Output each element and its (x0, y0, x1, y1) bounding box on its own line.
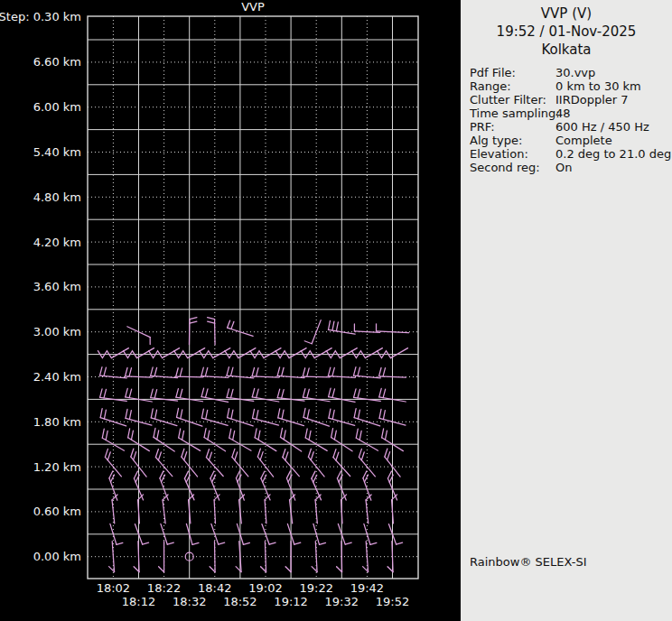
parameter-row: Pdf File:30.vvp (470, 66, 672, 79)
y-axis-label: 3.00 km (33, 325, 81, 338)
wind-barb (98, 348, 128, 358)
wind-barb (250, 348, 281, 358)
wind-barb (308, 449, 324, 477)
field-label: Time sampling: (470, 107, 555, 120)
wind-barb (304, 320, 321, 344)
x-axis-label: 18:02 (97, 581, 130, 595)
wind-barb (210, 542, 215, 572)
y-axis-label: 5.40 km (33, 145, 81, 159)
wind-barb (151, 367, 178, 378)
parameter-row: PRF:600 Hz / 450 Hz (470, 120, 672, 134)
field-label: Clutter Filter: (470, 93, 555, 107)
wind-barb (201, 388, 228, 402)
wind-barb (201, 367, 229, 377)
wind-barb (303, 368, 330, 377)
field-label: Elevation: (470, 147, 555, 161)
wind-barb (363, 542, 369, 572)
x-axis-label: 18:52 (223, 595, 257, 608)
wind-barb (301, 348, 331, 358)
parameter-row: Time sampling:48 (470, 107, 672, 120)
wind-barb (351, 348, 382, 358)
info-panel: VVP (V) 19:52 / 01-Nov-2025 Kolkata Pdf … (461, 0, 672, 621)
wind-barb (359, 449, 375, 476)
y-axis-label: 6.00 km (33, 100, 81, 114)
x-axis-label: 19:42 (350, 581, 384, 595)
parameter-list: Pdf File:30.vvpRange:0 km to 30 kmClutte… (461, 66, 672, 174)
x-axis-label: 18:32 (173, 595, 206, 608)
site-name: Kolkata (461, 41, 672, 59)
x-axis-label: 19:02 (248, 581, 282, 595)
parameter-row: Clutter Filter:IIRDoppler 7 (470, 93, 672, 107)
chart-title: VVP (241, 0, 265, 14)
wind-barb (353, 367, 380, 378)
wind-barb (99, 367, 126, 378)
field-value: 30.vvp (555, 66, 595, 79)
field-label: PRF: (470, 120, 555, 134)
parameter-row: Alg type:Complete (470, 134, 672, 147)
x-axis-label: 19:22 (299, 581, 332, 595)
wind-barb (315, 495, 321, 524)
field-label: Range: (470, 79, 555, 93)
field-value: 0 km to 30 km (555, 79, 641, 93)
y-axis-label: 0.00 km (33, 550, 81, 563)
x-axis-label: 18:22 (147, 581, 181, 595)
y-axis-label: 4.80 km (33, 190, 81, 204)
x-axis-label: 19:32 (325, 595, 359, 608)
y-axis-label: 1.80 km (33, 415, 81, 429)
y-axis-label: 4.20 km (33, 236, 81, 249)
y-axis-label: 2.40 km (33, 370, 81, 384)
parameter-row: Range:0 km to 30 km (470, 79, 672, 93)
x-axis-label: 18:42 (198, 581, 231, 595)
wind-barb (189, 318, 196, 345)
field-value: On (555, 161, 572, 174)
product-datetime: 19:52 / 01-Nov-2025 (461, 23, 672, 41)
wind-barb (159, 542, 164, 572)
y-axis-label: 0.60 km (33, 505, 81, 518)
wind-barb (105, 449, 121, 476)
x-axis-label: 19:12 (274, 595, 307, 608)
wind-barb (200, 348, 230, 358)
wind-barb (252, 367, 279, 377)
y-axis-label: 3.60 km (33, 280, 81, 293)
parameter-row: Elevation:0.2 deg to 21.0 deg (470, 147, 672, 161)
wind-profile-chart: VVPStep: 0.30 km6.60 km6.00 km5.40 km4.8… (0, 0, 461, 621)
y-axis-label: 1.20 km (33, 460, 81, 474)
x-axis-label: 19:52 (376, 595, 409, 608)
field-value: IIRDoppler 7 (555, 93, 629, 107)
field-value: 0.2 deg to 21.0 deg (555, 147, 671, 161)
wind-barb (149, 348, 180, 358)
y-axis-label: 6.60 km (33, 55, 81, 69)
product-title: VVP (V) (461, 5, 672, 23)
panel-header: VVP (V) 19:52 / 01-Nov-2025 Kolkata (461, 0, 672, 59)
field-label: Pdf File: (470, 66, 555, 79)
field-value: 48 (555, 107, 571, 120)
wind-barb (208, 318, 215, 345)
vvp-window: VVPStep: 0.30 km6.60 km6.00 km5.40 km4.8… (0, 0, 672, 621)
field-value: 600 Hz / 450 Hz (555, 120, 649, 134)
brand-label: Rainbow® SELEX-SI (470, 555, 587, 569)
wind-barb (257, 449, 273, 477)
field-label: Alg type: (470, 134, 555, 147)
x-axis-label: 18:12 (122, 595, 155, 608)
step-label: Step: 0.30 km (0, 10, 81, 23)
field-label: Second reg: (470, 161, 555, 174)
parameter-row: Second reg:On (470, 161, 672, 174)
field-value: Complete (555, 134, 612, 147)
